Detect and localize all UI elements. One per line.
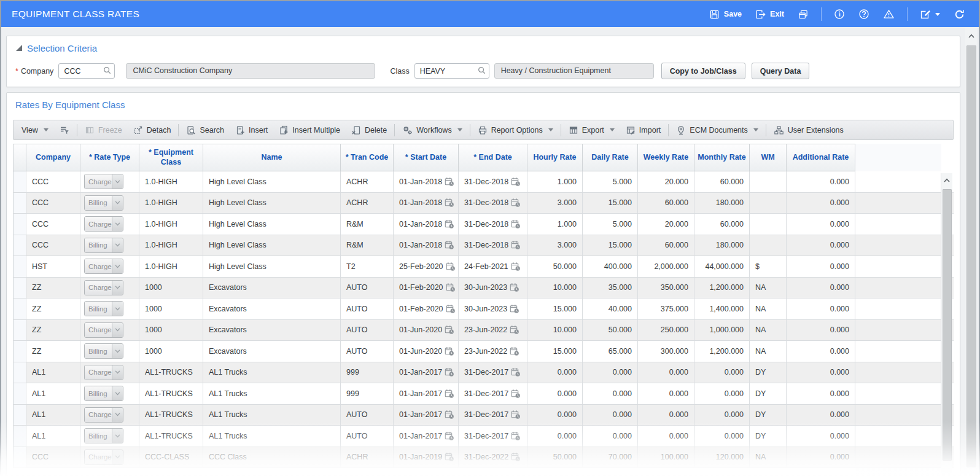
cell-end_date-row12[interactable]: 31-Dec-2017 xyxy=(459,405,527,426)
column-header-daily_rate[interactable]: Daily Rate xyxy=(583,144,638,171)
cell-tran_code-row4[interactable]: R&M xyxy=(341,235,394,256)
column-header-name[interactable]: Name xyxy=(203,144,341,171)
cell-company-row11[interactable]: AL1 xyxy=(26,383,80,404)
cell-company-row5[interactable]: HST xyxy=(26,256,80,277)
calendar-clock-icon[interactable] xyxy=(445,219,454,229)
selection-criteria-header[interactable]: Selection Criteria xyxy=(7,36,960,53)
calendar-clock-icon[interactable] xyxy=(445,240,454,250)
cell-name-row4[interactable]: High Level Class xyxy=(203,235,341,256)
cell-daily_rate-row11[interactable]: 0.000 xyxy=(583,383,638,404)
cell-monthly_rate-row9[interactable]: 1,200.000 xyxy=(694,341,750,362)
cell-company-row13[interactable]: AL1 xyxy=(26,426,80,447)
cell-tran_code-row6[interactable]: AUTO xyxy=(341,278,394,298)
cell-monthly_rate-row1[interactable]: 60.000 xyxy=(694,171,750,192)
page-scrollbar[interactable] xyxy=(965,28,977,476)
cell-start_date-row9[interactable]: 01-Jun-2020 xyxy=(394,341,459,362)
calendar-clock-icon[interactable] xyxy=(445,325,454,335)
cell-equipment_class-row1[interactable]: 1.0-HIGH xyxy=(139,171,203,192)
help-button[interactable] xyxy=(855,6,873,22)
calendar-clock-icon[interactable] xyxy=(510,325,519,335)
cell-equipment_class-row10[interactable]: AL1-TRUCKS xyxy=(139,362,203,383)
cell-equipment_class-row4[interactable]: 1.0-HIGH xyxy=(139,235,203,256)
cell-weekly_rate-row9[interactable]: 300.000 xyxy=(638,341,694,362)
cell-wm-row14[interactable]: NA xyxy=(750,447,787,468)
cell-company-row6[interactable]: ZZ xyxy=(26,278,80,298)
calendar-clock-icon[interactable] xyxy=(446,262,456,271)
cell-wm-row5[interactable]: $ xyxy=(750,256,787,277)
cell-name-row1[interactable]: High Level Class xyxy=(203,171,341,192)
cell-equipment_class-row13[interactable]: AL1-TRUCKS xyxy=(139,426,203,447)
cell-monthly_rate-row8[interactable]: 1,000.000 xyxy=(694,320,750,341)
cell-monthly_rate-row11[interactable]: 0.000 xyxy=(694,383,750,404)
cell-equipment_class-row3[interactable]: 1.0-HIGH xyxy=(139,214,203,235)
cell-end_date-row4[interactable]: 31-Dec-2018 xyxy=(459,235,527,256)
cell-start_date-row4[interactable]: 01-Jan-2018 xyxy=(394,235,459,256)
row-selector-row13[interactable] xyxy=(13,426,26,447)
cell-tran_code-row7[interactable]: AUTO xyxy=(341,298,394,319)
cell-daily_rate-row1[interactable]: 5.000 xyxy=(583,171,638,192)
cell-name-row9[interactable]: Excavators xyxy=(203,341,341,362)
cell-daily_rate-row5[interactable]: 400.000 xyxy=(583,256,638,277)
cell-end_date-row9[interactable]: 23-Jun-2022 xyxy=(459,341,527,362)
cell-weekly_rate-row8[interactable]: 250.000 xyxy=(638,320,694,341)
chevron-down-icon[interactable] xyxy=(112,344,123,358)
rate-type-select[interactable]: Charge xyxy=(84,216,123,232)
toolbar-item-ecm-documents[interactable]: ECM Documents xyxy=(671,120,763,139)
cell-company-row3[interactable]: CCC xyxy=(26,214,80,235)
cell-equipment_class-row2[interactable]: 1.0-HIGH xyxy=(139,193,203,214)
cell-tran_code-row10[interactable]: 999 xyxy=(341,362,394,383)
cell-tran_code-row8[interactable]: AUTO xyxy=(341,320,394,341)
cell-name-row8[interactable]: Excavators xyxy=(203,320,341,341)
row-selector-row11[interactable] xyxy=(13,383,26,404)
chevron-down-icon[interactable] xyxy=(112,196,123,210)
calendar-clock-icon[interactable] xyxy=(445,346,454,356)
cell-name-row10[interactable]: AL1 Trucks xyxy=(203,362,341,383)
chevron-down-icon[interactable] xyxy=(112,174,123,189)
cell-name-row6[interactable]: Excavators xyxy=(203,278,341,298)
cell-weekly_rate-row10[interactable]: 0.000 xyxy=(638,362,694,383)
rate-type-select[interactable]: Charge xyxy=(84,259,123,274)
toolbar-item-insert[interactable]: Insert xyxy=(230,120,273,139)
calendar-clock-icon[interactable] xyxy=(445,198,454,208)
cell-hourly_rate-row3[interactable]: 1.000 xyxy=(527,214,583,235)
column-header-equipment_class[interactable]: * Equipment Class xyxy=(139,144,203,171)
column-header-hourly_rate[interactable]: Hourly Rate xyxy=(527,144,583,171)
cell-hourly_rate-row6[interactable]: 10.000 xyxy=(527,278,583,298)
cell-name-row7[interactable]: Excavators xyxy=(203,298,341,319)
cell-end_date-row3[interactable]: 31-Dec-2018 xyxy=(459,214,527,235)
cell-start_date-row5[interactable]: 25-Feb-2020 xyxy=(394,256,459,277)
cell-tran_code-row12[interactable]: AUTO xyxy=(341,405,394,426)
cell-wm-row1[interactable] xyxy=(750,171,787,192)
rate-type-select[interactable]: Billing xyxy=(84,238,123,253)
chevron-down-icon[interactable] xyxy=(112,259,123,273)
cell-hourly_rate-row8[interactable]: 10.000 xyxy=(527,320,583,341)
column-header-end_date[interactable]: * End Date xyxy=(459,144,527,171)
row-selector-row10[interactable] xyxy=(13,362,26,383)
chevron-down-icon[interactable] xyxy=(112,238,123,252)
warning-button[interactable] xyxy=(879,6,898,22)
cell-equipment_class-row6[interactable]: 1000 xyxy=(139,278,203,298)
cell-weekly_rate-row5[interactable]: 2,000.000 xyxy=(638,256,694,277)
rate-type-select[interactable]: Charge xyxy=(84,174,123,189)
cell-name-row12[interactable]: AL1 Trucks xyxy=(203,405,341,426)
cell-equipment_class-row11[interactable]: AL1-TRUCKS xyxy=(139,383,203,404)
exit-button[interactable]: Exit xyxy=(752,7,788,22)
cell-additional_rate-row1[interactable]: 0.000 xyxy=(787,171,855,192)
search-icon[interactable] xyxy=(103,66,111,76)
calendar-clock-icon[interactable] xyxy=(446,304,456,314)
table-scrollbar[interactable] xyxy=(941,173,952,476)
cell-monthly_rate-row12[interactable]: 0.000 xyxy=(694,405,750,426)
page-scrollbar-thumb[interactable] xyxy=(966,45,976,467)
cell-hourly_rate-row7[interactable]: 15.000 xyxy=(527,298,583,319)
cell-daily_rate-row14[interactable]: 70.000 xyxy=(583,447,638,468)
refresh-button[interactable] xyxy=(950,6,969,23)
row-selector-row5[interactable] xyxy=(13,256,26,277)
row-selector-row14[interactable] xyxy=(13,447,26,468)
row-selector-row3[interactable] xyxy=(13,214,26,235)
cell-additional_rate-row3[interactable]: 0.000 xyxy=(787,214,855,235)
toolbar-item-detach[interactable]: Detach xyxy=(128,120,177,139)
query-data-button[interactable]: Query Data xyxy=(752,63,810,79)
cell-hourly_rate-row5[interactable]: 50.000 xyxy=(527,256,583,277)
cell-name-row5[interactable]: High Level Class xyxy=(203,256,341,277)
chevron-down-icon[interactable] xyxy=(112,323,123,337)
